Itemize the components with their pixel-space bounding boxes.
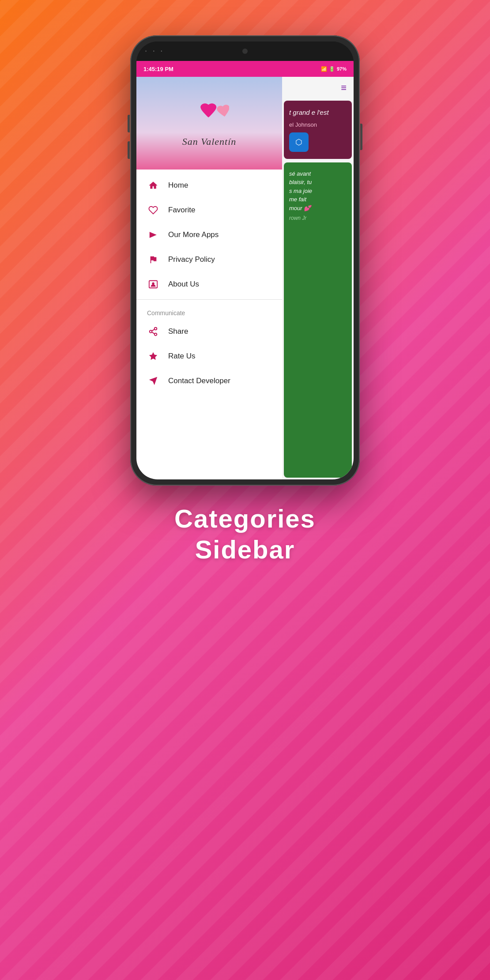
app-title: San Valentín: [182, 136, 237, 147]
home-icon: [147, 179, 159, 192]
privacy-policy-label: Privacy Policy: [168, 255, 215, 264]
volume-up-button: [128, 115, 130, 132]
author-1: el Johnson: [289, 121, 347, 128]
quote-card-1: t grand e l'est el Johnson ⬡: [284, 101, 352, 159]
status-icons: 📶 🔋 97%: [321, 66, 347, 72]
share-label: Share: [168, 327, 188, 336]
battery-icon: 🔋: [329, 66, 335, 72]
communicate-section-header: Communicate: [136, 302, 282, 319]
sidebar-drawer: San Valentín Home: [136, 77, 282, 479]
status-bar: 1:45:19 PM 📶 🔋 97%: [136, 61, 354, 77]
share-button-1[interactable]: ⬡: [289, 132, 309, 152]
sidebar-item-rate-us[interactable]: Rate Us: [136, 344, 282, 369]
power-button: [360, 124, 362, 150]
favorite-label: Favorite: [168, 206, 195, 215]
flag-icon: [147, 253, 159, 266]
sidebar-item-about-us[interactable]: About Us: [136, 272, 282, 297]
sidebar-item-contact-developer[interactable]: Contact Developer: [136, 369, 282, 393]
sidebar-header: San Valentín: [136, 77, 282, 170]
quote-card-2: sé avant blaisir, tu s ma joie me fait m…: [284, 162, 352, 478]
caption-line-1: Categories: [174, 503, 316, 534]
sidebar-item-home[interactable]: Home: [136, 173, 282, 198]
more-apps-label: Our More Apps: [168, 230, 219, 239]
home-label: Home: [168, 181, 188, 190]
sidebar-item-favorite[interactable]: Favorite: [136, 198, 282, 222]
author-2: rown Jr: [289, 215, 347, 221]
menu-icon[interactable]: ≡: [341, 82, 347, 94]
heart-icon: [147, 204, 159, 216]
signal-icon: 📶: [321, 66, 327, 72]
star-icon: [147, 350, 159, 362]
battery-level: 97%: [337, 66, 347, 72]
status-time: 1:45:19 PM: [143, 66, 173, 72]
caption-line-2: Sidebar: [174, 534, 316, 565]
sidebar-menu: Home Favorite Our More A: [136, 170, 282, 479]
svg-point-3: [150, 330, 152, 333]
quote-text-2: sé avant blaisir, tu s ma joie me fait m…: [289, 170, 347, 213]
svg-line-6: [152, 329, 155, 331]
svg-point-4: [155, 333, 157, 336]
contact-developer-label: Contact Developer: [168, 377, 230, 385]
quote-text-1: t grand e l'est: [289, 108, 347, 118]
toolbar: ≡: [282, 77, 354, 99]
play-icon: [147, 229, 159, 241]
volume-down-button: [128, 141, 130, 159]
phone-mockup: • • • 1:45:19 PM 📶 🔋 97% ≡: [130, 35, 360, 486]
person-badge-icon: [147, 278, 159, 290]
menu-divider: [136, 299, 282, 300]
svg-line-5: [152, 332, 155, 334]
main-content: ≡ t grand e l'est el Johnson ⬡ sé avant …: [282, 77, 354, 479]
share-icon: [147, 325, 159, 338]
rate-us-label: Rate Us: [168, 352, 195, 361]
svg-point-2: [155, 328, 157, 330]
screen-content: ≡ t grand e l'est el Johnson ⬡ sé avant …: [136, 77, 354, 479]
about-us-label: About Us: [168, 280, 199, 289]
notch-bar: • • •: [136, 41, 354, 61]
sidebar-item-more-apps[interactable]: Our More Apps: [136, 222, 282, 247]
sidebar-item-share[interactable]: Share: [136, 319, 282, 344]
caption-area: Categories Sidebar: [174, 503, 316, 565]
sidebar-item-privacy-policy[interactable]: Privacy Policy: [136, 247, 282, 272]
app-logo: [189, 99, 229, 132]
send-icon: [147, 375, 159, 387]
